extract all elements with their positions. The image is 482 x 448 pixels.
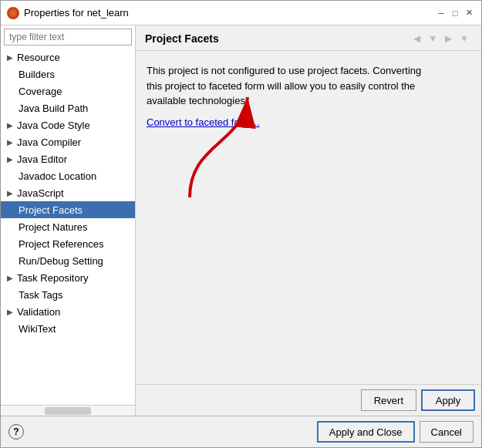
tree-item-task-repository[interactable]: ▶Task Repository [1, 269, 135, 286]
right-header: Project Facets ◀ ▼ ▶ ▼ [136, 25, 481, 51]
tree-item-label-java-code-style: Java Code Style [17, 120, 90, 131]
panel-title: Project Facets [145, 32, 219, 45]
convert-to-faceted-link[interactable]: Convert to faceted form... [147, 116, 260, 128]
tree-item-wikitext[interactable]: WikiText [1, 320, 135, 337]
left-panel: ▶ResourceBuildersCoverageJava Build Path… [1, 25, 136, 416]
tree-item-coverage[interactable]: Coverage [1, 83, 135, 99]
title-bar-left: Properties for net_learn [7, 7, 129, 19]
back-dropdown-button[interactable]: ▼ [425, 32, 440, 45]
tree-item-label-validation: Validation [17, 306, 60, 318]
apply-button[interactable]: Apply [421, 389, 475, 411]
scroll-thumb [45, 407, 91, 415]
tree-item-label-task-tags: Task Tags [19, 289, 63, 301]
tree-item-task-tags[interactable]: Task Tags [1, 286, 135, 303]
right-panel: Project Facets ◀ ▼ ▶ ▼ This project is n… [136, 25, 481, 416]
tree-item-run-debug-setting[interactable]: Run/Debug Setting [1, 252, 135, 269]
title-controls: ─ □ ✕ [435, 7, 475, 19]
tree-item-java-build-path[interactable]: Java Build Path [1, 99, 135, 116]
cancel-button[interactable]: Cancel [420, 421, 474, 443]
revert-button[interactable]: Revert [361, 389, 416, 411]
maximize-button[interactable]: □ [449, 7, 461, 19]
tree-item-javadoc-location[interactable]: Javadoc Location [1, 167, 135, 184]
tree-item-label-run-debug-setting: Run/Debug Setting [19, 255, 103, 267]
tree-item-label-java-compiler: Java Compiler [17, 136, 81, 148]
filter-input[interactable] [4, 29, 132, 45]
tree-item-java-code-style[interactable]: ▶Java Code Style [1, 116, 135, 133]
footer-right-buttons: Apply and Close Cancel [317, 421, 474, 443]
apply-and-close-button[interactable]: Apply and Close [317, 421, 415, 443]
bottom-buttons: Revert Apply [136, 384, 481, 416]
horizontal-scrollbar[interactable] [1, 405, 135, 416]
tree-item-project-facets[interactable]: Project Facets [1, 201, 135, 218]
main-content: ▶ResourceBuildersCoverageJava Build Path… [1, 25, 481, 416]
tree-item-label-javascript: JavaScript [17, 187, 64, 199]
tree-item-validation[interactable]: ▶Validation [1, 303, 135, 320]
tree-item-label-javadoc-location: Javadoc Location [19, 170, 96, 182]
tree-item-label-wikitext: WikiText [19, 323, 56, 335]
tree-item-builders[interactable]: Builders [1, 66, 135, 83]
tree-item-label-resource: Resource [17, 52, 60, 63]
tree-item-label-project-references: Project References [19, 238, 104, 250]
dialog: Properties for net_learn ─ □ ✕ ▶Resource… [0, 0, 482, 448]
tree-item-label-builders: Builders [19, 69, 55, 80]
close-button[interactable]: ✕ [463, 7, 475, 19]
nav-buttons: ◀ ▼ ▶ ▼ [410, 32, 472, 45]
footer-bar: ? Apply and Close Cancel [1, 416, 481, 447]
tree-item-label-coverage: Coverage [19, 86, 62, 97]
tree-item-project-references[interactable]: Project References [1, 235, 135, 252]
minimize-button[interactable]: ─ [435, 7, 447, 19]
tree-item-label-java-editor: Java Editor [17, 153, 67, 165]
tree-item-project-natures[interactable]: Project Natures [1, 218, 135, 235]
title-bar: Properties for net_learn ─ □ ✕ [1, 1, 481, 25]
forward-button[interactable]: ▶ [442, 32, 455, 45]
app-icon [7, 7, 19, 19]
tree-item-java-editor[interactable]: ▶Java Editor [1, 150, 135, 167]
tree-item-label-project-facets: Project Facets [19, 204, 83, 216]
tree-item-label-task-repository: Task Repository [17, 272, 88, 284]
tree-item-java-compiler[interactable]: ▶Java Compiler [1, 133, 135, 150]
facets-description: This project is not configured to use pr… [147, 63, 424, 109]
back-button[interactable]: ◀ [410, 32, 423, 45]
help-button[interactable]: ? [8, 424, 24, 440]
right-body: This project is not configured to use pr… [136, 51, 481, 384]
tree-area: ▶ResourceBuildersCoverageJava Build Path… [1, 49, 135, 405]
forward-dropdown-button[interactable]: ▼ [457, 32, 472, 45]
tree-item-label-project-natures: Project Natures [19, 221, 88, 233]
dialog-title: Properties for net_learn [24, 7, 129, 19]
tree-item-label-java-build-path: Java Build Path [19, 103, 88, 114]
tree-item-javascript[interactable]: ▶JavaScript [1, 184, 135, 201]
tree-item-resource[interactable]: ▶Resource [1, 49, 135, 66]
